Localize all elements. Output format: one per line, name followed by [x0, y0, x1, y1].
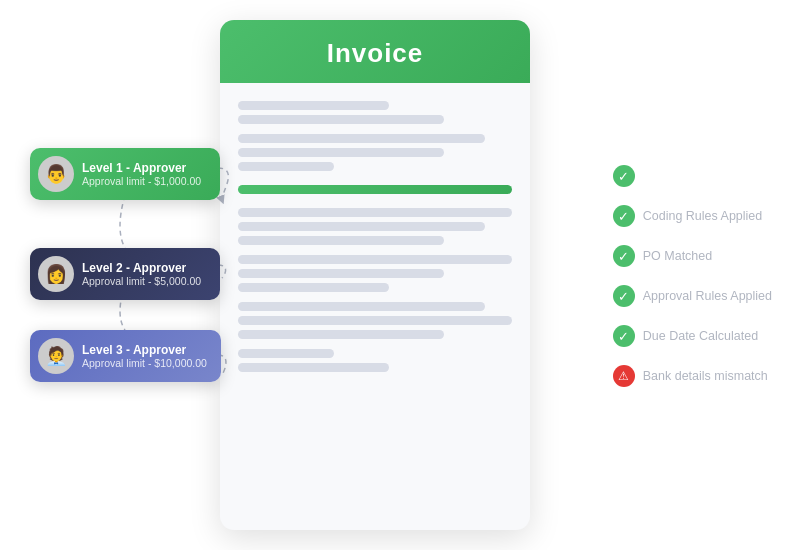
line — [238, 255, 512, 264]
status-item-2: ✓ PO Matched — [613, 245, 772, 267]
status-label-3: Approval Rules Applied — [643, 289, 772, 303]
avatar-level3: 🧑‍💼 — [38, 338, 74, 374]
green-bar — [238, 185, 512, 194]
status-label-4: Due Date Calculated — [643, 329, 758, 343]
line-group-1 — [238, 101, 512, 124]
scene: Invoice — [0, 0, 800, 550]
status-label-2: PO Matched — [643, 249, 712, 263]
line-group-3 — [238, 208, 512, 245]
status-check-icon-3: ✓ — [613, 285, 635, 307]
line — [238, 316, 512, 325]
status-check-icon-1: ✓ — [613, 205, 635, 227]
bubble-limit-level2: Approval limit - $5,000.00 — [82, 275, 201, 287]
line — [238, 269, 444, 278]
line — [238, 236, 444, 245]
bubble-text-level3: Level 3 - Approver Approval limit - $10,… — [82, 343, 207, 369]
bubble-text-level1: Level 1 - Approver Approval limit - $1,0… — [82, 161, 201, 187]
status-item-5: ⚠ Bank details mismatch — [613, 365, 772, 387]
avatar-level2: 👩 — [38, 256, 74, 292]
line — [238, 101, 389, 110]
bubble-text-level2: Level 2 - Approver Approval limit - $5,0… — [82, 261, 201, 287]
bubble-name-level3: Level 3 - Approver — [82, 343, 207, 357]
invoice-header: Invoice — [220, 20, 530, 83]
status-list: ✓ ✓ Coding Rules Applied ✓ PO Matched ✓ … — [613, 165, 772, 387]
avatar-level1: 👨 — [38, 156, 74, 192]
status-item-0: ✓ — [613, 165, 772, 187]
line-group-6 — [238, 349, 512, 372]
line — [238, 330, 444, 339]
bubble-limit-level1: Approval limit - $1,000.00 — [82, 175, 201, 187]
line — [238, 363, 389, 372]
line — [238, 302, 485, 311]
status-check-icon-0: ✓ — [613, 165, 635, 187]
invoice-title: Invoice — [327, 38, 424, 68]
status-item-1: ✓ Coding Rules Applied — [613, 205, 772, 227]
bubble-name-level2: Level 2 - Approver — [82, 261, 201, 275]
status-check-icon-4: ✓ — [613, 325, 635, 347]
line — [238, 148, 444, 157]
line-group-4 — [238, 255, 512, 292]
bubble-name-level1: Level 1 - Approver — [82, 161, 201, 175]
line-group-2 — [238, 134, 512, 171]
line-group-5 — [238, 302, 512, 339]
line — [238, 162, 334, 171]
status-check-icon-2: ✓ — [613, 245, 635, 267]
approver-bubble-level3: 🧑‍💼 Level 3 - Approver Approval limit - … — [30, 330, 221, 382]
line — [238, 208, 512, 217]
line — [238, 222, 485, 231]
invoice-card: Invoice — [220, 20, 530, 530]
approver-bubble-level1: 👨 Level 1 - Approver Approval limit - $1… — [30, 148, 220, 200]
status-item-4: ✓ Due Date Calculated — [613, 325, 772, 347]
line — [238, 349, 334, 358]
approver-bubble-level2: 👩 Level 2 - Approver Approval limit - $5… — [30, 248, 220, 300]
line — [238, 283, 389, 292]
status-label-1: Coding Rules Applied — [643, 209, 763, 223]
status-warn-icon-5: ⚠ — [613, 365, 635, 387]
status-label-5: Bank details mismatch — [643, 369, 768, 383]
bubble-limit-level3: Approval limit - $10,000.00 — [82, 357, 207, 369]
status-item-3: ✓ Approval Rules Applied — [613, 285, 772, 307]
line — [238, 115, 444, 124]
line — [238, 134, 485, 143]
invoice-body — [220, 83, 530, 530]
